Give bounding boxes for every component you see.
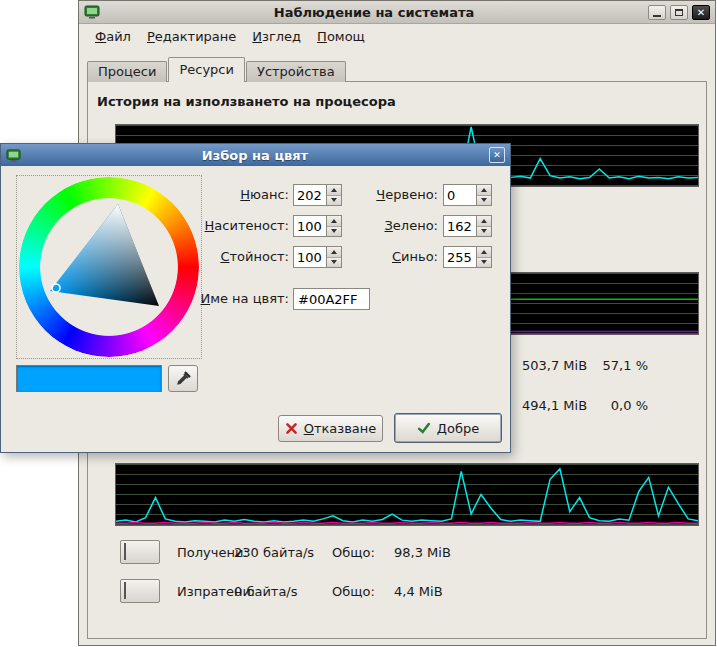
sent-color-swatch: [124, 582, 126, 599]
cancel-button-label: Отказване: [304, 421, 377, 436]
arrow-up-icon: [481, 250, 487, 254]
saturation-input[interactable]: [294, 216, 326, 236]
minimize-icon: [653, 15, 661, 17]
hue-label: Нюанс:: [199, 187, 289, 202]
red-spinner: [443, 184, 492, 206]
ok-button-label: Добре: [437, 421, 479, 436]
green-spin-down[interactable]: [477, 227, 491, 237]
saturation-spinner: [293, 215, 342, 237]
menu-view[interactable]: Изглед: [244, 26, 309, 47]
eyedropper-button[interactable]: [168, 365, 198, 392]
received-rate: 230 байта/s: [234, 545, 314, 560]
received-total-label: Общо:: [332, 545, 375, 560]
red-input[interactable]: [444, 185, 476, 205]
tab-bar: Процеси Ресурси Устройства: [87, 57, 347, 82]
arrow-down-icon: [331, 229, 337, 233]
maximize-button[interactable]: [670, 5, 688, 20]
sent-color-button[interactable]: [120, 579, 160, 603]
green-input[interactable]: [444, 216, 476, 236]
blue-spinner: [443, 246, 492, 268]
dialog-title: Избор на цвят: [25, 148, 485, 163]
arrow-down-icon: [331, 260, 337, 264]
app-icon: [84, 4, 100, 20]
arrow-down-icon: [481, 229, 487, 233]
blue-spin-up[interactable]: [477, 247, 491, 258]
ok-check-icon: [417, 421, 431, 435]
value-spin-down[interactable]: [327, 258, 341, 268]
color-name-input[interactable]: [293, 288, 370, 310]
received-total: 98,3 MiB: [394, 545, 451, 560]
saturation-label: Наситеност:: [199, 218, 289, 233]
tab-devices[interactable]: Устройства: [246, 61, 346, 82]
blue-label: Синьо:: [348, 249, 438, 264]
arrow-down-icon: [481, 260, 487, 264]
red-spin-down[interactable]: [477, 196, 491, 206]
hsv-triangle[interactable]: [19, 177, 199, 357]
tab-resources[interactable]: Ресурси: [168, 57, 245, 82]
color-wheel-frame: [16, 175, 202, 359]
hue-input[interactable]: [294, 185, 326, 205]
dialog-app-icon: [6, 148, 21, 163]
arrow-up-icon: [331, 188, 337, 192]
main-window-title: Наблюдение на системата: [104, 5, 644, 20]
value-spin-up[interactable]: [327, 247, 341, 258]
desktop: Наблюдение на системата ✕ Файл Редактира…: [0, 0, 717, 647]
red-label: Червено:: [348, 187, 438, 202]
hue-spinner: [293, 184, 342, 206]
arrow-up-icon: [481, 219, 487, 223]
menu-file[interactable]: Файл: [87, 26, 139, 47]
memory-percent: 57,1 %: [558, 358, 648, 373]
received-color-button[interactable]: [120, 540, 160, 564]
network-history-chart: [115, 463, 699, 526]
ok-button[interactable]: Добре: [394, 413, 502, 443]
blue-input[interactable]: [444, 247, 476, 267]
red-spin-up[interactable]: [477, 185, 491, 196]
value-spinner: [293, 246, 342, 268]
green-spin-up[interactable]: [477, 216, 491, 227]
menu-help[interactable]: Помощ: [309, 26, 373, 47]
color-name-label: Име на цвят:: [179, 291, 289, 306]
color-wheel[interactable]: [19, 177, 199, 357]
arrow-down-icon: [331, 198, 337, 202]
value-label: Стойност:: [199, 249, 289, 264]
saturation-spin-down[interactable]: [327, 227, 341, 237]
arrow-up-icon: [331, 250, 337, 254]
dialog-close-button[interactable]: ✕: [489, 147, 505, 163]
cancel-x-icon: [285, 422, 298, 435]
sent-rate: 0 байта/s: [234, 584, 298, 599]
blue-spin-down[interactable]: [477, 258, 491, 268]
sent-total: 4,4 MiB: [394, 584, 443, 599]
close-button[interactable]: ✕: [692, 5, 710, 20]
hue-spin-down[interactable]: [327, 196, 341, 206]
received-color-swatch: [124, 543, 126, 560]
menu-edit[interactable]: Редактиране: [139, 26, 244, 47]
green-spinner: [443, 215, 492, 237]
value-input[interactable]: [294, 247, 326, 267]
dialog-titlebar[interactable]: Избор на цвят ✕: [1, 144, 510, 166]
hue-spin-up[interactable]: [327, 185, 341, 196]
network-history-plot: [116, 464, 698, 525]
arrow-up-icon: [331, 219, 337, 223]
cpu-history-heading: История на използването на процесора: [97, 94, 396, 109]
arrow-up-icon: [481, 188, 487, 192]
main-window-titlebar[interactable]: Наблюдение на системата ✕: [79, 1, 715, 24]
swap-percent: 0,0 %: [558, 398, 648, 413]
cancel-button[interactable]: Отказване: [278, 415, 383, 442]
menubar: Файл Редактиране Изглед Помощ: [79, 24, 715, 48]
saturation-spin-up[interactable]: [327, 216, 341, 227]
green-label: Зелено:: [348, 218, 438, 233]
color-picker-dialog: Избор на цвят ✕: [0, 143, 511, 453]
minimize-button[interactable]: [648, 5, 666, 20]
tab-processes[interactable]: Процеси: [87, 61, 167, 82]
eyedropper-icon: [175, 371, 191, 387]
color-preview[interactable]: [16, 365, 162, 392]
arrow-down-icon: [481, 198, 487, 202]
maximize-icon: [675, 9, 683, 16]
sent-total-label: Общо:: [332, 584, 375, 599]
